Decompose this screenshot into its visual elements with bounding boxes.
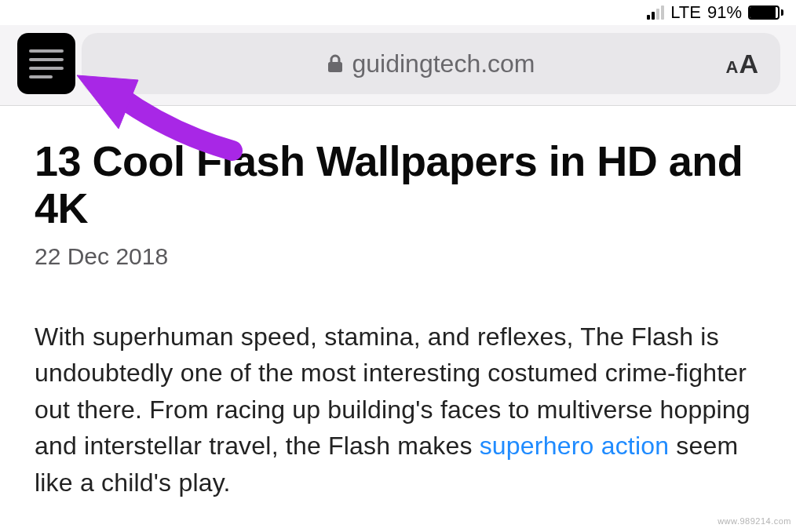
url-domain: guidingtech.com: [352, 49, 535, 78]
svg-rect-0: [328, 62, 342, 72]
status-bar: LTE 91%: [0, 0, 796, 25]
reader-mode-button[interactable]: [17, 33, 75, 94]
text-size-large: A: [739, 49, 758, 79]
network-label: LTE: [670, 2, 701, 23]
lock-icon: [327, 53, 344, 74]
annotation-arrow-icon: [75, 74, 248, 168]
watermark: www.989214.com: [717, 516, 791, 526]
signal-icon: [647, 5, 664, 20]
text-size-button[interactable]: A A: [726, 49, 758, 79]
battery-icon: [748, 5, 783, 20]
battery-fill: [750, 7, 776, 18]
article-body: With superhuman speed, stamina, and refl…: [35, 319, 761, 501]
svg-marker-1: [77, 75, 138, 129]
superhero-action-link[interactable]: superhero action: [480, 432, 670, 460]
reader-lines-icon: [29, 49, 64, 78]
battery-pct: 91%: [707, 2, 742, 23]
text-size-small: A: [726, 57, 739, 78]
article-date: 22 Dec 2018: [35, 243, 761, 270]
browser-chrome: guidingtech.com A A: [0, 25, 796, 106]
